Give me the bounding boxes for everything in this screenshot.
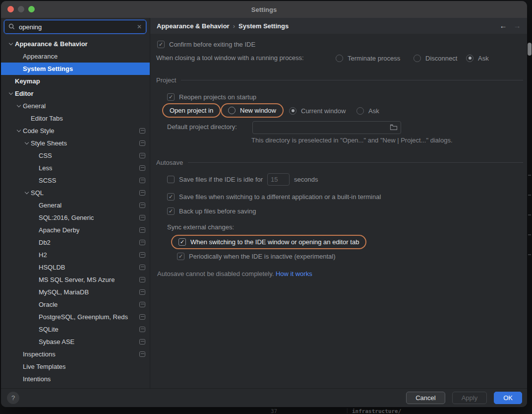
sidebar-item-live-templates[interactable]: Live Templates [1,360,150,373]
radio-current-window[interactable]: Current window [289,105,346,116]
sidebar-item-less[interactable]: Less [1,162,150,174]
editor-text-fragment [528,254,531,255]
editor-path-text: infrastructure/ [352,408,401,414]
breadcrumb-system-settings: System Settings [238,22,289,30]
radio-ask-closing[interactable]: Ask [466,53,489,64]
checkbox-icon: ✓ [177,253,184,260]
search-input[interactable] [19,23,134,31]
editor-text-fragment [528,214,531,215]
sidebar-item-scss[interactable]: SCSS [1,174,150,187]
footer-buttons: Cancel Apply OK [406,392,522,404]
chevron-down-icon[interactable] [7,93,15,94]
project-scope-icon [139,128,145,134]
editor-line-number: 37 [271,408,277,414]
close-window-button[interactable] [7,6,14,12]
sidebar-item-sql2016-generic[interactable]: SQL:2016, Generic [1,211,150,224]
ok-button[interactable]: OK [494,392,522,404]
radio-selected-icon [289,107,296,115]
section-divider [181,80,523,80]
settings-search-field[interactable]: ✕ [4,20,146,34]
folder-icon[interactable] [390,124,398,131]
backup-files-checkbox[interactable]: ✓ Back up files before saving [167,206,256,216]
radio-terminate-process[interactable]: Terminate process [336,53,400,64]
editor-text-fragment [528,175,531,176]
project-scope-icon [139,339,145,345]
project-scope-icon [139,153,145,158]
clear-search-icon[interactable]: ✕ [137,23,142,30]
breadcrumb-separator: › [233,22,235,30]
settings-dialog: Settings ✕ Appearance & Behavior Appeara… [1,1,527,407]
sidebar-item-hsqldb[interactable]: HSQLDB [1,261,150,274]
save-on-switch-checkbox[interactable]: ✓ Save files when switching to a differe… [167,191,381,202]
sidebar-item-sql-general[interactable]: General [1,199,150,211]
sidebar-item-code-style[interactable]: Code Style [1,125,150,137]
checkbox-icon: ✓ [157,41,165,48]
sidebar-item-h2[interactable]: H2 [1,249,150,261]
chevron-down-icon[interactable] [23,142,31,144]
sync-periodic-checkbox[interactable]: ✓ Periodically when the IDE is inactive … [177,251,336,262]
sidebar-item-sql[interactable]: SQL [1,187,150,199]
project-scope-icon [139,227,145,233]
radio-new-window[interactable]: New window [221,103,284,118]
sidebar-item-sybase-ase[interactable]: Sybase ASE [1,336,150,348]
editor-text-fragment [528,234,531,235]
settings-tree: Appearance & Behavior Appearance System … [1,38,150,388]
save-idle-checkbox[interactable]: Save files if the IDE is idle for second… [167,174,318,185]
radio-icon [336,55,343,62]
sidebar-item-editor-tabs[interactable]: Editor Tabs [1,112,150,125]
autosave-note: Autosave cannot be disabled completely. … [157,270,312,277]
sidebar-item-keymap[interactable]: Keymap [1,75,150,87]
sidebar-item-apache-derby[interactable]: Apache Derby [1,224,150,236]
default-directory-input[interactable] [252,121,401,134]
sidebar-item-general[interactable]: General [1,100,150,112]
default-directory-help: This directory is preselected in "Open..… [251,137,453,144]
project-scope-icon [139,314,145,320]
sidebar-item-intentions[interactable]: Intentions [1,373,150,385]
project-section-header: Project [156,76,523,84]
breadcrumb-appearance-behavior[interactable]: Appearance & Behavior [157,22,230,30]
sidebar-item-postgresql[interactable]: PostgreSQL, Greenplum, Reds [1,311,150,323]
confirm-exit-checkbox[interactable]: ✓ Confirm before exiting the IDE [157,39,255,50]
zoom-window-button[interactable] [28,6,35,12]
sync-on-switch-checkbox[interactable]: ✓ When switching to the IDE window or op… [171,235,366,249]
project-scope-icon [139,289,145,295]
radio-selected-icon [466,55,473,62]
cancel-button[interactable]: Cancel [406,392,445,404]
project-scope-icon [139,165,145,171]
radio-disconnect[interactable]: Disconnect [414,53,457,64]
sidebar-item-oracle[interactable]: Oracle [1,298,150,311]
sidebar-item-mysql-mariadb[interactable]: MySQL, MariaDB [1,286,150,298]
how-it-works-link[interactable]: How it works [276,270,312,277]
sidebar-item-ms-sql-server[interactable]: MS SQL Server, MS Azure [1,274,150,286]
checkbox-icon: ✓ [167,193,175,201]
sidebar-item-appearance-behavior[interactable]: Appearance & Behavior [1,38,150,50]
apply-button: Apply [452,392,487,404]
section-divider [188,162,523,163]
project-scope-icon [139,351,145,357]
radio-icon [356,107,364,115]
checkbox-icon: ✓ [178,238,186,246]
project-scope-icon [139,252,145,258]
chevron-down-icon[interactable] [15,130,23,132]
sidebar-item-system-settings[interactable]: System Settings [1,63,150,75]
minimize-window-button [18,6,24,12]
idle-seconds-input[interactable] [267,173,290,186]
reopen-projects-checkbox[interactable]: ✓ Reopen projects on startup [167,91,256,102]
help-button[interactable]: ? [7,392,19,404]
project-scope-icon [139,178,145,183]
sidebar-item-db2[interactable]: Db2 [1,236,150,249]
chevron-down-icon[interactable] [7,43,15,45]
project-scope-icon [139,265,145,270]
chevron-down-icon[interactable] [23,192,31,194]
project-scope-icon [139,140,145,146]
chevron-down-icon[interactable] [15,105,23,107]
sidebar-item-appearance[interactable]: Appearance [1,50,150,63]
sidebar-item-inspections[interactable]: Inspections [1,348,150,360]
open-project-in-label-highlight: Open project in [162,103,221,118]
sidebar-item-sqlite[interactable]: SQLite [1,323,150,336]
sidebar-item-css[interactable]: CSS [1,149,150,162]
sidebar-item-editor[interactable]: Editor [1,87,150,100]
radio-ask-open[interactable]: Ask [356,105,379,116]
back-arrow-icon[interactable]: ← [497,20,509,31]
sidebar-item-style-sheets[interactable]: Style Sheets [1,137,150,149]
